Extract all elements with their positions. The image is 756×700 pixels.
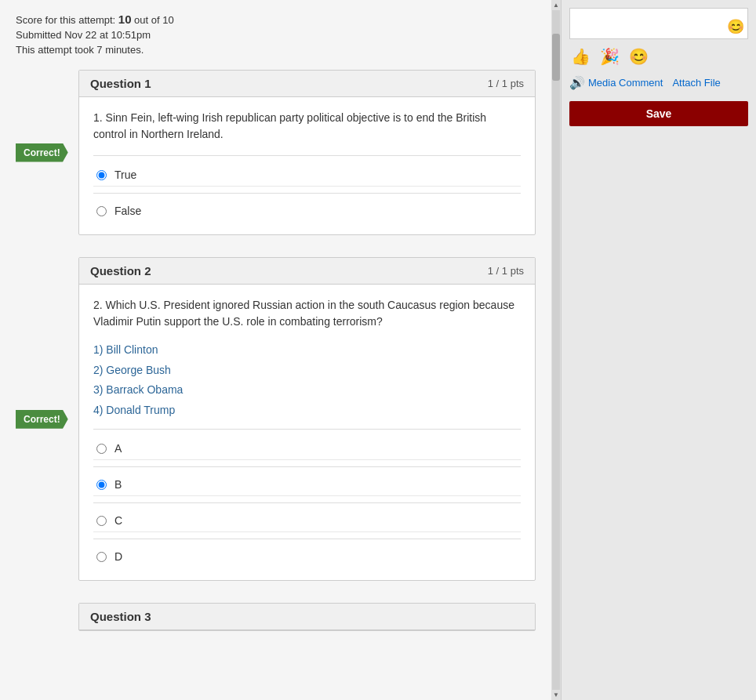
- option-d-label: D: [114, 550, 122, 563]
- correct-badge-2: Correct!: [16, 410, 68, 429]
- option-c-label: C: [114, 514, 122, 527]
- scroll-arrow-down[interactable]: ▼: [553, 691, 559, 698]
- radio-true[interactable]: [96, 170, 107, 180]
- question-3-title: Question 3: [90, 610, 151, 623]
- speaker-icon: 🔊: [569, 75, 585, 90]
- question-1-box: Question 1 1 / 1 pts 1. Sinn Fein, left-…: [78, 70, 536, 235]
- submitted-line: Submitted Nov 22 at 10:51pm: [16, 29, 536, 41]
- radio-b[interactable]: [96, 480, 107, 490]
- smiley-emoji[interactable]: 😊: [627, 45, 650, 67]
- radio-d[interactable]: [96, 552, 107, 562]
- save-button[interactable]: Save: [569, 101, 748, 126]
- divider-2c: [93, 502, 521, 503]
- radio-a[interactable]: [96, 444, 107, 454]
- question-1-title: Question 1: [90, 77, 151, 90]
- scroll-arrow-up[interactable]: ▲: [553, 2, 559, 9]
- option-true: True: [93, 164, 521, 187]
- option-false: False: [93, 200, 521, 222]
- question-2-wrapper: Correct! Question 2 1 / 1 pts 2. Which U…: [78, 257, 536, 581]
- question-2-header: Question 2 1 / 1 pts: [79, 258, 535, 285]
- comment-area[interactable]: 😊: [569, 8, 748, 39]
- sidebar: 😊 👍 🎉 😊 🔊 Media Comment Attach File Save: [561, 0, 756, 700]
- choice-1: 1) Bill Clinton: [93, 343, 521, 358]
- scrollbar[interactable]: ▲ ▼: [551, 0, 561, 700]
- smiley-in-area: 😊: [727, 18, 744, 35]
- question-1-body: 1. Sinn Fein, left-wing Irish republican…: [79, 97, 535, 234]
- submitted-text: Submitted Nov 22 at 10:51pm: [16, 29, 151, 41]
- question-2-text: 2. Which U.S. President ignored Russian …: [93, 297, 521, 330]
- question-3-header: Question 3: [79, 604, 535, 630]
- option-b: B: [93, 473, 521, 496]
- divider-2b: [93, 466, 521, 467]
- time-took-text: This attempt took 7 minutes.: [16, 44, 144, 56]
- media-comment-link[interactable]: 🔊 Media Comment: [569, 75, 663, 90]
- question-2-body: 2. Which U.S. President ignored Russian …: [79, 285, 535, 580]
- option-c: C: [93, 510, 521, 532]
- option-b-label: B: [114, 478, 122, 491]
- divider-2d: [93, 539, 521, 539]
- emoji-bar: 👍 🎉 😊: [569, 45, 748, 67]
- option-a-label: A: [114, 442, 122, 455]
- score-info: Score for this attempt: 10 out of 10 Sub…: [16, 13, 536, 56]
- score-line: Score for this attempt: 10 out of 10: [16, 13, 536, 26]
- confetti-emoji[interactable]: 🎉: [598, 45, 621, 67]
- score-outof: out of 10: [134, 14, 174, 26]
- action-row: 🔊 Media Comment Attach File: [569, 75, 748, 90]
- question-1-options: True False: [93, 164, 521, 222]
- option-a: A: [93, 437, 521, 460]
- correct-badge-1: Correct!: [16, 143, 68, 162]
- option-d: D: [93, 546, 521, 568]
- question-1-wrapper: Correct! Question 1 1 / 1 pts 1. Sinn Fe…: [78, 70, 536, 235]
- radio-c[interactable]: [96, 516, 107, 526]
- question-3-partial: Question 3: [78, 603, 536, 631]
- question-2-choices: 1) Bill Clinton 2) George Bush 3) Barrac…: [93, 343, 521, 418]
- radio-false[interactable]: [96, 206, 107, 216]
- divider-1: [93, 155, 521, 156]
- question-2-title: Question 2: [90, 264, 151, 277]
- thumbs-up-emoji[interactable]: 👍: [569, 45, 592, 67]
- divider-1b: [93, 193, 521, 194]
- question-1-pts: 1 / 1 pts: [488, 78, 524, 89]
- option-true-label: True: [114, 169, 136, 181]
- question-2-box: Question 2 1 / 1 pts 2. Which U.S. Presi…: [78, 257, 536, 581]
- scroll-thumb[interactable]: [552, 34, 560, 81]
- question-3-box: Question 3: [78, 603, 536, 631]
- attach-file-link[interactable]: Attach File: [672, 77, 720, 89]
- option-false-label: False: [114, 205, 141, 217]
- media-comment-label: Media Comment: [588, 77, 663, 89]
- scroll-track[interactable]: [552, 10, 560, 690]
- question-1-header: Question 1 1 / 1 pts: [79, 71, 535, 97]
- score-label: Score for this attempt:: [16, 14, 115, 26]
- question-2-pts: 1 / 1 pts: [488, 265, 524, 277]
- score-value: 10: [118, 13, 132, 26]
- choice-4: 4) Donald Trump: [93, 403, 521, 419]
- attach-file-label: Attach File: [672, 77, 720, 89]
- divider-2a: [93, 429, 521, 430]
- question-2-options: A B C: [93, 437, 521, 568]
- choice-2: 2) George Bush: [93, 363, 521, 379]
- question-1-text: 1. Sinn Fein, left-wing Irish republican…: [93, 110, 521, 143]
- time-took-line: This attempt took 7 minutes.: [16, 44, 536, 56]
- choice-3: 3) Barrack Obama: [93, 383, 521, 398]
